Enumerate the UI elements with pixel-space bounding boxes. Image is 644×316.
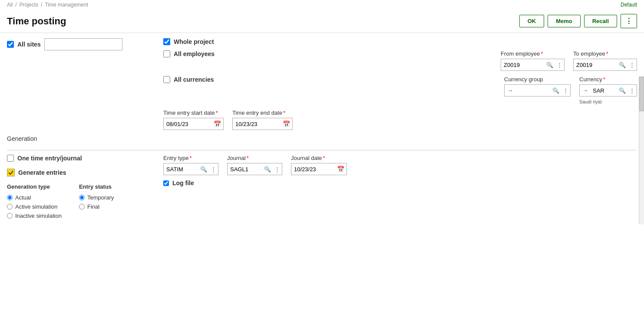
breadcrumb-all[interactable]: All [7,2,13,8]
all-sites-checkbox[interactable] [7,41,14,48]
journal-date-input-wrapper: 📅 [291,163,347,175]
entry-type-label: Entry type [163,155,189,161]
currency-group-input-wrapper: → 🔍 ⋮ [504,84,571,96]
end-date-label: Time entry end date [232,110,282,116]
gen-type-active-sim-row: Active simulation [7,203,62,210]
currency-arrow: → [580,86,591,95]
gen-type-inactive-sim-label: Inactive simulation [15,213,62,219]
gen-type-active-sim-radio[interactable] [7,204,13,210]
currency-input[interactable] [591,86,617,95]
start-date-calendar-icon[interactable]: 📅 [211,120,223,128]
entry-status-temporary-radio[interactable] [79,195,85,200]
journal-date-input[interactable] [291,165,335,173]
page-header: Time posting OK Memo Recall ⋮ [0,10,644,33]
entry-type-input[interactable] [164,165,198,173]
currency-more-icon[interactable]: ⋮ [627,86,637,95]
from-employee-more-icon[interactable]: ⋮ [555,61,564,69]
scrollbar-thumb[interactable] [639,77,644,111]
journal-input-wrapper: 🔍 ⋮ [227,163,282,175]
generation-type-col: Generation type Actual Active simulation… [7,183,62,219]
end-date-calendar-icon[interactable]: 📅 [281,120,292,128]
scrollbar[interactable] [639,77,644,224]
end-date-input-wrapper: 📅 [232,118,293,130]
one-time-entry-row: One time entry/journal [7,155,146,162]
whole-project-row: Whole project [163,38,637,45]
entry-status-temporary-label: Temporary [87,194,114,201]
whole-project-label: Whole project [174,38,214,45]
gen-type-inactive-sim-radio[interactable] [7,213,13,219]
all-currencies-checkbox[interactable] [163,76,170,83]
from-employee-input[interactable] [501,61,545,69]
generate-entries-label: Generate entries [18,169,66,176]
journal-field: Journal* 🔍 ⋮ [227,155,282,175]
from-employee-label: From employee [501,50,540,57]
currency-group-arrow: → [505,86,516,95]
all-employees-label: All employees [174,50,215,57]
memo-button[interactable]: Memo [548,15,581,27]
currency-group-input[interactable] [516,86,551,95]
to-employee-input-wrapper: 🔍 ⋮ [573,59,637,71]
all-currencies-label: All currencies [174,76,214,83]
sites-input[interactable] [44,38,122,50]
end-date-field: Time entry end date* 📅 [232,110,293,130]
main-content: All sites Whole project All employees [0,33,644,224]
gen-type-inactive-sim-row: Inactive simulation [7,213,62,219]
all-employees-row: All employees [163,50,215,57]
generation-section: One time entry/journal Generate entries … [7,155,637,219]
generate-entries-checkbox[interactable] [7,169,15,176]
checkmark-icon [8,170,13,175]
entry-status-final-row: Final [79,203,114,210]
to-employee-search-icon[interactable]: 🔍 [617,61,627,69]
entry-type-more-icon[interactable]: ⋮ [209,165,218,173]
journal-input[interactable] [228,165,262,173]
currency-group-field: Currency group → 🔍 ⋮ [504,76,571,96]
log-file-checkbox[interactable] [163,180,169,186]
end-date-input[interactable] [233,120,281,128]
generation-left: One time entry/journal Generate entries … [7,155,146,219]
gen-type-actual-radio[interactable] [7,195,13,200]
breadcrumb: All / Projects / Time management Default [0,0,644,10]
from-employee-search-icon[interactable]: 🔍 [545,61,555,69]
whole-project-checkbox[interactable] [163,38,170,45]
entry-status-temporary-row: Temporary [79,194,114,201]
journal-date-calendar-icon[interactable]: 📅 [335,165,347,173]
employee-row: All employees From employee* 🔍 ⋮ [163,50,637,71]
entry-type-search-icon[interactable]: 🔍 [198,165,209,173]
to-employee-more-icon[interactable]: ⋮ [627,61,637,69]
all-employees-checkbox[interactable] [163,50,170,57]
gen-type-actual-label: Actual [15,194,31,201]
start-date-input[interactable] [164,120,211,128]
currency-note: Saudi riyal [579,99,637,104]
journal-date-field: Journal date* 📅 [291,155,347,175]
more-button[interactable]: ⋮ [621,14,637,28]
all-sites-row: All sites [7,38,146,50]
breadcrumb-time-management[interactable]: Time management [45,2,88,8]
one-time-entry-label: One time entry/journal [17,155,82,162]
currency-row: All currencies Currency group → 🔍 ⋮ [163,76,637,104]
journal-more-icon[interactable]: ⋮ [273,165,282,173]
top-row: All sites Whole project All employees [7,38,637,130]
from-employee-field: From employee* 🔍 ⋮ [501,50,565,71]
entry-status-label: Entry status [79,183,114,190]
journal-date-label: Journal date [291,155,322,161]
currency-group-more-icon[interactable]: ⋮ [561,86,570,95]
currency-group-search-icon[interactable]: 🔍 [551,86,561,95]
entry-status-final-label: Final [87,203,99,210]
journal-search-icon[interactable]: 🔍 [262,165,273,173]
from-employee-input-wrapper: 🔍 ⋮ [501,59,565,71]
default-label: Default [621,2,637,8]
start-date-field: Time entry start date* 📅 [163,110,224,130]
to-employee-input[interactable] [574,61,617,69]
generation-section-title: Generation [7,135,637,142]
ok-button[interactable]: OK [519,15,545,27]
entry-status-col: Entry status Temporary Final [79,183,114,210]
one-time-entry-checkbox[interactable] [7,155,14,162]
to-employee-field: To employee* 🔍 ⋮ [573,50,637,71]
recall-button[interactable]: Recall [584,15,617,27]
breadcrumb-projects[interactable]: Projects [20,2,38,8]
currency-search-icon[interactable]: 🔍 [617,86,627,95]
all-sites-label: All sites [17,41,41,48]
gen-type-actual-row: Actual [7,194,62,201]
entry-type-field: Entry type* 🔍 ⋮ [163,155,218,175]
entry-status-final-radio[interactable] [79,204,85,210]
